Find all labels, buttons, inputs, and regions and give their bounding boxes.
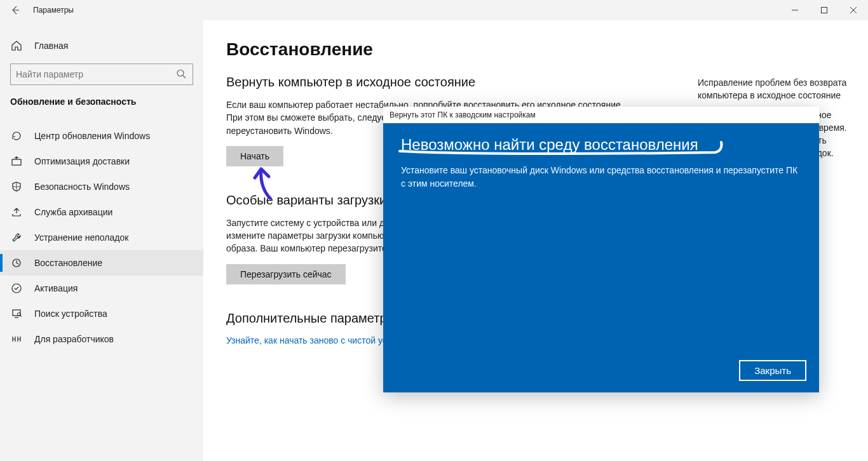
minimize-button[interactable] — [780, 0, 810, 20]
nav-label: Служба архивации — [34, 207, 112, 217]
nav-windows-update[interactable]: Центр обновления Windows — [0, 123, 203, 149]
home-icon — [10, 39, 23, 52]
nav-activation[interactable]: Активация — [0, 276, 203, 301]
reset-start-button[interactable]: Начать — [226, 146, 283, 166]
nav-label: Оптимизация доставки — [34, 156, 130, 166]
nav-windows-security[interactable]: Безопасность Windows — [0, 174, 203, 199]
dialog-body: Установите ваш установочный диск Windows… — [401, 164, 801, 190]
maximize-icon — [820, 6, 828, 14]
nav-home[interactable]: Главная — [0, 33, 203, 58]
window-title: Параметры — [33, 6, 74, 15]
nav-label: Безопасность Windows — [34, 182, 130, 192]
nav-label: Главная — [34, 41, 68, 51]
page-title: Восстановление — [226, 39, 845, 60]
svg-point-4 — [12, 284, 21, 293]
dialog-heading-text: Невозможно найти среду восстановления — [401, 136, 698, 153]
update-icon — [10, 130, 23, 142]
close-button[interactable] — [839, 0, 868, 20]
arrow-left-icon — [10, 5, 20, 15]
activation-icon — [10, 282, 23, 295]
nav-find-device[interactable]: Поиск устройства — [0, 301, 203, 326]
find-device-icon — [10, 307, 23, 320]
nav-label: Восстановление — [34, 258, 102, 268]
developers-icon — [10, 333, 23, 345]
recovery-icon — [10, 257, 23, 269]
window-titlebar: Параметры — [0, 0, 868, 20]
wrench-icon — [10, 231, 23, 244]
nav-label: Устранение неполадок — [34, 232, 128, 243]
right-rail-text1: Исправление проблем без возврата компьют… — [698, 76, 850, 102]
nav-delivery-optimization[interactable]: Оптимизация доставки — [0, 149, 203, 174]
minimize-icon — [791, 6, 799, 14]
dialog-heading: Невозможно найти среду восстановления — [401, 136, 698, 154]
nav-label: Активация — [34, 283, 78, 293]
dialog-titlebar: Вернуть этот ПК к заводским настройкам — [383, 107, 819, 123]
search-box[interactable] — [10, 63, 193, 85]
shield-icon — [10, 180, 23, 193]
nav-recovery[interactable]: Восстановление — [0, 250, 203, 276]
nav-label: Для разработчиков — [34, 334, 114, 344]
reset-error-dialog: Вернуть этот ПК к заводским настройкам Н… — [383, 107, 819, 392]
nav-developers[interactable]: Для разработчиков — [0, 326, 203, 352]
search-input[interactable] — [16, 69, 176, 79]
dialog-close-button[interactable]: Закрыть — [739, 360, 806, 381]
nav-troubleshoot[interactable]: Устранение неполадок — [0, 225, 203, 250]
delivery-icon — [10, 155, 23, 168]
backup-icon — [10, 206, 23, 218]
nav-backup[interactable]: Служба архивации — [0, 199, 203, 225]
nav-label: Поиск устройства — [34, 309, 107, 319]
search-icon — [176, 69, 187, 80]
sidebar-group-title: Обновление и безопасность — [0, 91, 203, 113]
sidebar: Главная Обновление и безопасность Центр … — [0, 20, 203, 461]
svg-rect-0 — [822, 8, 827, 13]
back-button[interactable] — [0, 0, 31, 20]
close-icon — [850, 6, 857, 14]
svg-rect-2 — [12, 159, 21, 165]
restart-now-button[interactable]: Перезагрузить сейчас — [226, 264, 346, 284]
nav-label: Центр обновления Windows — [34, 131, 150, 141]
svg-point-1 — [177, 70, 184, 76]
maximize-button[interactable] — [810, 0, 839, 20]
